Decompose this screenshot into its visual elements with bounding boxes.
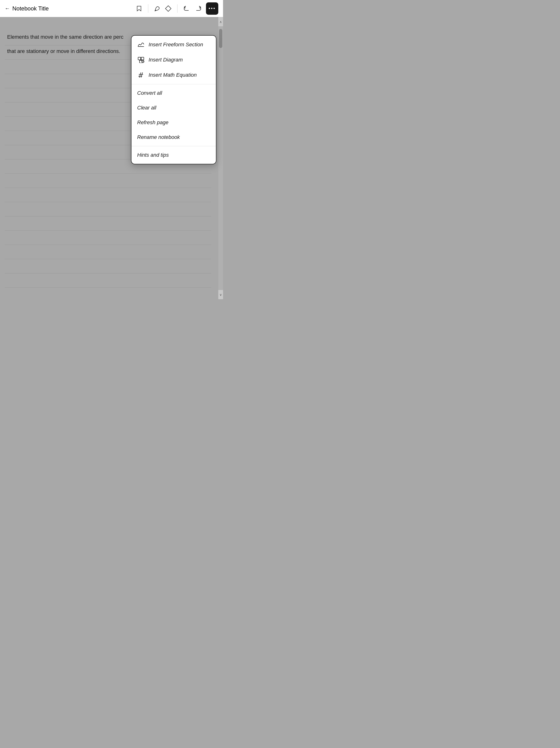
menu-item-insert-diagram[interactable]: Insert Diagram [131,52,216,67]
menu-item-insert-freeform[interactable]: Insert Freeform Section [131,37,216,52]
menu-item-convert-all[interactable]: Convert all [131,86,216,100]
menu-item-rename-notebook[interactable]: Rename notebook [131,130,216,145]
more-dots-icon: ••• [209,6,216,11]
toolbar-left: ← Notebook Title [5,5,133,12]
refresh-page-label: Refresh page [137,119,169,125]
svg-rect-2 [138,57,141,60]
scroll-down-button[interactable]: ∨ [218,290,223,299]
redo-button[interactable] [195,5,202,12]
insert-freeform-label: Insert Freeform Section [149,42,203,48]
toolbar-icons: ••• [136,2,218,15]
menu-item-hints-tips[interactable]: Hints and tips [131,148,216,162]
pen-icon[interactable] [154,5,161,12]
back-button[interactable]: ← [5,5,10,11]
freeform-icon [137,41,145,48]
scrollbar-track: ∧ ∨ [218,17,223,299]
menu-section-help: Hints and tips [131,146,216,164]
rename-notebook-label: Rename notebook [137,134,180,140]
clear-all-label: Clear all [137,105,156,111]
menu-section-actions: Convert all Clear all Refresh page Renam… [131,84,216,146]
convert-all-label: Convert all [137,90,162,96]
scroll-up-icon: ∧ [219,20,222,24]
more-button[interactable]: ••• [206,2,218,15]
diagram-icon [137,56,145,64]
scrollbar-thumb[interactable] [219,29,222,48]
undo-button[interactable] [183,5,190,12]
scroll-up-button[interactable]: ∧ [218,17,223,27]
insert-math-label: Insert Math Equation [149,72,197,78]
dropdown-menu: Insert Freeform Section Insert Diagram [131,35,216,164]
toolbar-divider-2 [177,4,177,13]
menu-item-refresh-page[interactable]: Refresh page [131,115,216,130]
notebook-title: Notebook Title [13,5,49,12]
menu-item-clear-all[interactable]: Clear all [131,100,216,115]
svg-rect-3 [141,57,144,60]
scroll-down-icon: ∨ [219,293,222,297]
math-equation-icon [137,71,145,79]
eraser-icon[interactable] [165,5,172,12]
toolbar: ← Notebook Title [0,0,223,17]
bookmark-icon[interactable] [136,5,142,12]
page-content: Elements that move in the same direction… [0,17,223,299]
menu-item-insert-math[interactable]: Insert Math Equation [131,67,216,83]
insert-diagram-label: Insert Diagram [149,57,183,63]
menu-section-insert: Insert Freeform Section Insert Diagram [131,36,216,84]
hints-tips-label: Hints and tips [137,152,169,158]
back-arrow-icon: ← [5,5,10,11]
toolbar-divider-1 [148,4,148,13]
